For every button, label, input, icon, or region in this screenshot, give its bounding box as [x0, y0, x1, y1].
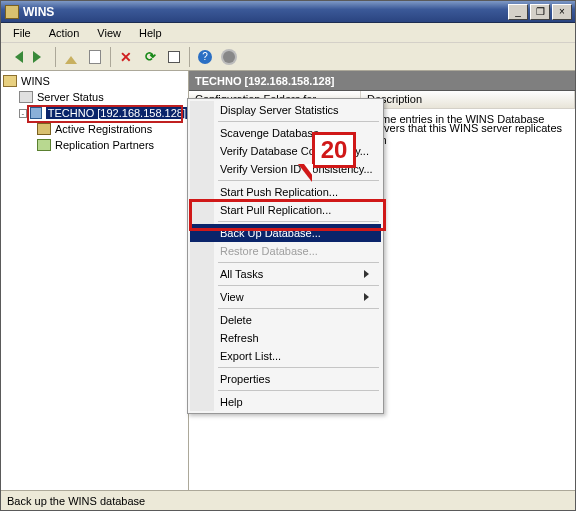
- panel-header: TECHNO [192.168.158.128]: [189, 71, 575, 91]
- tree-active-registrations[interactable]: Active Registrations: [1, 121, 188, 137]
- titlebar: WINS _ ❐ ×: [1, 1, 575, 23]
- menu-view[interactable]: View: [89, 25, 129, 41]
- context-menu-item-restore-database: Restore Database...: [190, 242, 381, 260]
- cell-desc: Servers that this WINS server replicates…: [367, 122, 562, 146]
- toolbar: ✕ ⟳ ?: [1, 43, 575, 71]
- gear-icon: [223, 51, 235, 63]
- tree-collapse-icon[interactable]: -: [19, 109, 27, 118]
- context-menu-item-verify-database-consistency[interactable]: Verify Database Consistency...: [190, 142, 381, 160]
- toolbar-sep: [189, 47, 190, 67]
- context-menu-separator: [218, 180, 379, 181]
- delete-button[interactable]: ✕: [115, 46, 137, 68]
- status-text: Back up the WINS database: [7, 495, 145, 507]
- menu-help[interactable]: Help: [131, 25, 170, 41]
- options-button[interactable]: [218, 46, 240, 68]
- tree-label: Replication Partners: [55, 139, 154, 151]
- context-menu-item-start-pull-replication[interactable]: Start Pull Replication...: [190, 201, 381, 219]
- context-menu-separator: [218, 390, 379, 391]
- export-button[interactable]: [163, 46, 185, 68]
- close-button[interactable]: ×: [552, 4, 572, 20]
- column-header-desc[interactable]: Description: [361, 91, 575, 108]
- refresh-icon: ⟳: [145, 49, 156, 64]
- help-icon: ?: [198, 50, 212, 64]
- tree-server[interactable]: - TECHNO [192.168.158.128]: [1, 105, 188, 121]
- document-icon: [89, 50, 101, 64]
- tree-panel: WINS Server Status - TECHNO [192.168.158…: [1, 71, 189, 490]
- replication-icon: [37, 139, 51, 151]
- context-menu-item-start-push-replication[interactable]: Start Push Replication...: [190, 183, 381, 201]
- context-menu-separator: [218, 285, 379, 286]
- context-menu-item-all-tasks[interactable]: All Tasks: [190, 265, 381, 283]
- export-icon: [168, 51, 180, 63]
- window-title: WINS: [23, 5, 508, 19]
- context-menu-separator: [218, 121, 379, 122]
- forward-button[interactable]: [29, 46, 51, 68]
- context-menu-item-refresh[interactable]: Refresh: [190, 329, 381, 347]
- tree-replication-partners[interactable]: Replication Partners: [1, 137, 188, 153]
- tree-server-status[interactable]: Server Status: [1, 89, 188, 105]
- menu-file[interactable]: File: [5, 25, 39, 41]
- app-icon: [5, 5, 19, 19]
- context-menu-item-export-list[interactable]: Export List...: [190, 347, 381, 365]
- window-buttons: _ ❐ ×: [508, 4, 575, 20]
- context-menu-separator: [218, 262, 379, 263]
- tree-root[interactable]: WINS: [1, 73, 188, 89]
- arrow-right-icon: [33, 51, 47, 63]
- minimize-button[interactable]: _: [508, 4, 528, 20]
- context-menu-item-properties[interactable]: Properties: [190, 370, 381, 388]
- menu-action[interactable]: Action: [41, 25, 88, 41]
- context-menu-item-delete[interactable]: Delete: [190, 311, 381, 329]
- wins-icon: [3, 75, 17, 87]
- up-button[interactable]: [60, 46, 82, 68]
- tree-label: Server Status: [37, 91, 104, 103]
- panel-title: TECHNO [192.168.158.128]: [195, 75, 334, 87]
- context-menu-separator: [218, 221, 379, 222]
- context-menu-separator: [218, 367, 379, 368]
- menubar: File Action View Help: [1, 23, 575, 43]
- registrations-icon: [37, 123, 51, 135]
- context-menu-separator: [218, 308, 379, 309]
- back-button[interactable]: [5, 46, 27, 68]
- context-menu-item-display-server-statistics[interactable]: Display Server Statistics: [190, 101, 381, 119]
- properties-button[interactable]: [84, 46, 106, 68]
- arrow-up-icon: [65, 50, 77, 64]
- context-menu-item-scavenge-database[interactable]: Scavenge Database: [190, 124, 381, 142]
- context-menu-item-back-up-database[interactable]: Back Up Database...: [190, 224, 381, 242]
- status-icon: [19, 91, 33, 103]
- refresh-button[interactable]: ⟳: [139, 46, 161, 68]
- statusbar: Back up the WINS database: [1, 490, 575, 510]
- arrow-left-icon: [9, 51, 23, 63]
- context-menu-item-help[interactable]: Help: [190, 393, 381, 411]
- server-icon: [30, 107, 42, 119]
- help-button[interactable]: ?: [194, 46, 216, 68]
- tree-label-selected: TECHNO [192.168.158.128]: [46, 107, 188, 119]
- context-menu: Display Server StatisticsScavenge Databa…: [187, 98, 384, 414]
- context-menu-item-verify-version-id-consistency[interactable]: Verify Version ID Consistency...: [190, 160, 381, 178]
- delete-icon: ✕: [120, 49, 132, 65]
- context-menu-item-view[interactable]: View: [190, 288, 381, 306]
- toolbar-sep: [55, 47, 56, 67]
- restore-button[interactable]: ❐: [530, 4, 550, 20]
- tree-label: WINS: [21, 75, 50, 87]
- tree-label: Active Registrations: [55, 123, 152, 135]
- toolbar-sep: [110, 47, 111, 67]
